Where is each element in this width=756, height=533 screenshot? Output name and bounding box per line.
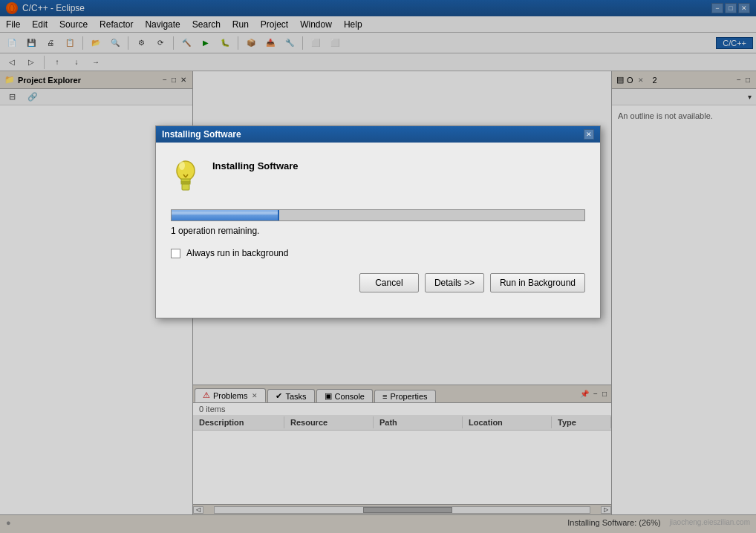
lightbulb-icon [171,157,201,194]
progress-bar-fill [172,210,279,220]
svg-rect-8 [182,184,189,190]
modal-buttons: Cancel Details >> Run in Background [171,273,585,292]
modal-header-row: Installing Software [171,157,585,194]
always-run-label: Always run in background [186,248,288,258]
svg-point-3 [179,161,185,170]
progress-container: 1 operation remaining. [171,209,585,236]
modal-header-text: Installing Software [212,157,299,171]
checkbox-row: Always run in background [171,248,585,258]
details-button[interactable]: Details >> [425,273,484,292]
run-in-background-button[interactable]: Run in Background [490,273,585,292]
modal-overlay: Installing Software ✕ [0,0,756,533]
progress-bar-track [171,209,585,221]
modal-body: Installing Software 1 operation remainin… [156,143,600,307]
svg-rect-4 [181,179,190,182]
operation-text: 1 operation remaining. [171,226,585,236]
modal-title: Installing Software [162,129,241,140]
modal-header-title: Installing Software [212,160,299,171]
modal-close-button[interactable]: ✕ [584,129,594,140]
cancel-button[interactable]: Cancel [359,273,419,292]
installing-software-dialog: Installing Software ✕ [155,125,601,318]
modal-title-bar: Installing Software ✕ [156,126,600,143]
always-run-checkbox[interactable] [171,249,180,258]
